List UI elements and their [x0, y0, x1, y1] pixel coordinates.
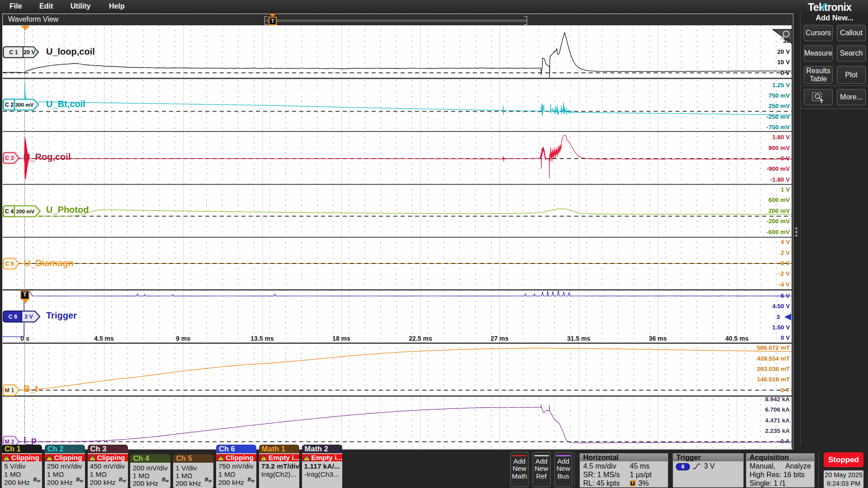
svg-text:!: !: [220, 456, 222, 461]
svg-text:!: !: [263, 456, 264, 461]
svg-text:!: !: [49, 456, 50, 461]
svg-text:!: !: [306, 456, 307, 461]
svg-text:!: !: [91, 456, 93, 461]
svg-text:!: !: [6, 456, 7, 461]
